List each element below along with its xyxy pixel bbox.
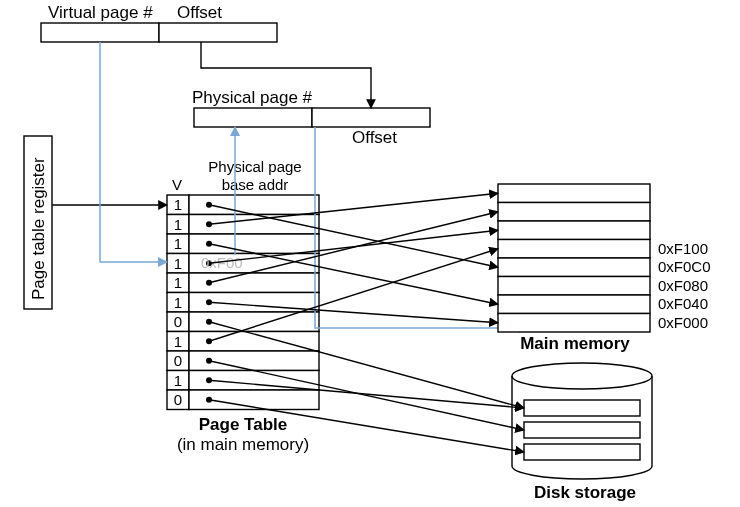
page-table-valid-bit: 1	[174, 196, 182, 213]
phys-addr-to-memory-arrow	[315, 127, 528, 328]
page-table-entry-value: 0xF00	[201, 254, 243, 271]
svg-rect-0	[41, 23, 159, 42]
page-table: V Physical page base addr 11111101010 Pa…	[167, 158, 319, 454]
main-memory: Main memory 0xF1000xF0C00xF0800xF0400xF0…	[498, 184, 711, 353]
svg-rect-1	[159, 23, 277, 42]
vpn-index-arrow	[100, 42, 167, 262]
page-table-register: Page table register	[24, 136, 52, 309]
svg-rect-5	[312, 108, 430, 127]
svg-text:Page table register: Page table register	[29, 157, 48, 300]
page-table-valid-bit: 0	[174, 313, 182, 330]
physical-offset-label: Offset	[352, 128, 397, 147]
disk-storage: Disk storage	[512, 363, 652, 502]
physical-address: Physical page # Offset	[192, 88, 430, 147]
memory-address-label: 0xF040	[658, 295, 708, 312]
virtual-address: Virtual page # Offset	[41, 3, 277, 42]
svg-text:(in main memory): (in main memory)	[177, 435, 309, 454]
svg-rect-44	[498, 184, 650, 203]
svg-rect-49	[498, 277, 650, 296]
svg-rect-54	[524, 400, 640, 416]
physical-page-label: Physical page #	[192, 88, 313, 107]
page-table-valid-bit: 0	[174, 352, 182, 369]
page-table-valid-bit: 1	[174, 235, 182, 252]
memory-address-label: 0xF0C0	[658, 258, 711, 275]
svg-text:Physical page: Physical page	[208, 158, 301, 175]
memory-address-label: 0xF000	[658, 314, 708, 331]
memory-address-label: 0xF100	[658, 240, 708, 257]
svg-point-53	[512, 363, 652, 389]
page-table-valid-bit: 1	[174, 372, 182, 389]
svg-text:Main memory: Main memory	[520, 334, 630, 353]
svg-text:Disk storage: Disk storage	[534, 483, 636, 502]
memory-address-label: 0xF080	[658, 277, 708, 294]
svg-rect-46	[498, 221, 650, 240]
page-table-valid-bit: 1	[174, 274, 182, 291]
svg-rect-48	[498, 258, 650, 277]
svg-rect-56	[524, 444, 640, 460]
page-table-valid-bit: 1	[174, 216, 182, 233]
page-table-valid-bit: 1	[174, 333, 182, 350]
svg-rect-50	[498, 295, 650, 314]
svg-rect-51	[498, 314, 650, 333]
svg-text:Page Table: Page Table	[199, 415, 288, 434]
svg-rect-45	[498, 203, 650, 222]
svg-rect-4	[194, 108, 312, 127]
page-table-valid-bit: 1	[174, 255, 182, 272]
svg-rect-55	[524, 422, 640, 438]
svg-rect-47	[498, 240, 650, 259]
page-table-valid-bit: 0	[174, 391, 182, 408]
page-table-valid-bit: 1	[174, 294, 182, 311]
svg-text:V: V	[172, 176, 182, 193]
virtual-offset-label: Offset	[177, 3, 222, 22]
svg-text:base addr: base addr	[222, 176, 289, 193]
virtual-page-label: Virtual page #	[48, 3, 153, 22]
